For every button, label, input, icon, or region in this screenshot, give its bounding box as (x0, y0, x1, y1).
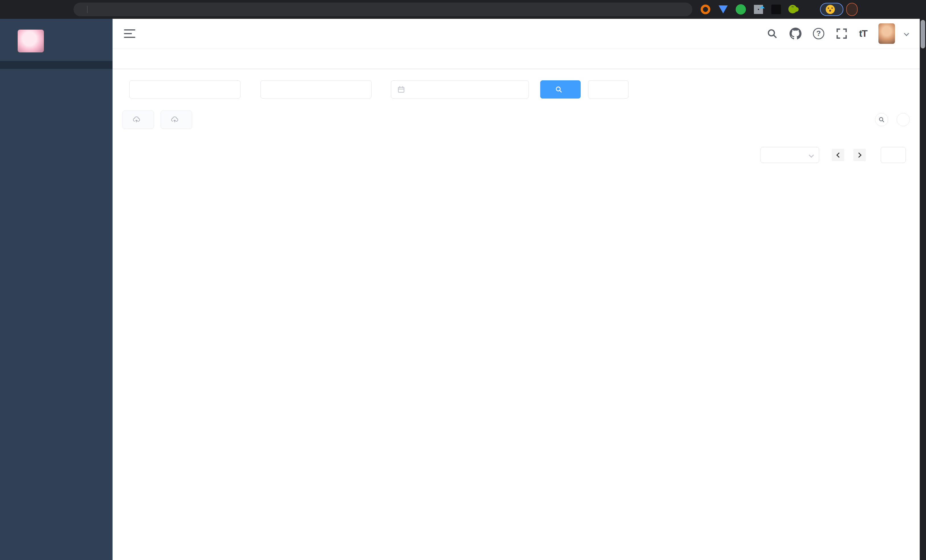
chevron-down-icon (809, 152, 814, 157)
extensions-puzzle-icon[interactable] (806, 4, 817, 15)
extension-icon[interactable] (700, 4, 711, 15)
cloud-upload-icon (171, 116, 179, 124)
main-area: ? tT (112, 19, 920, 560)
table-name-input[interactable] (129, 80, 241, 98)
toolbar-row (123, 110, 910, 129)
extension-icon[interactable] (717, 4, 729, 15)
refresh-table-button[interactable] (897, 113, 910, 126)
extension-icon[interactable] (788, 4, 799, 15)
goto-page-input[interactable] (881, 147, 906, 163)
calendar-icon (397, 85, 406, 94)
topbar: ? tT (112, 19, 920, 48)
scrollbar-thumb[interactable] (921, 20, 925, 48)
sidebar (0, 19, 112, 560)
content (112, 69, 920, 163)
chevron-right-icon (856, 152, 861, 157)
filter-form (123, 80, 910, 98)
date-range-picker[interactable] (391, 80, 529, 98)
chevron-left-icon (836, 152, 841, 157)
table-desc-input[interactable] (260, 80, 372, 98)
cloud-upload-icon (133, 116, 141, 124)
import-sql-button[interactable] (161, 110, 192, 129)
next-page-button[interactable] (853, 149, 866, 161)
extensions-row (700, 4, 817, 15)
page-size-select[interactable] (761, 147, 819, 163)
sidebar-submenu (0, 61, 112, 69)
profile-emoji-icon (826, 5, 835, 14)
extension-icon[interactable] (735, 4, 746, 15)
fullscreen-icon[interactable] (836, 28, 848, 39)
import-db-button[interactable] (123, 110, 154, 129)
address-divider (87, 6, 88, 13)
browser-update-button[interactable] (846, 3, 858, 16)
paused-profile-chip[interactable] (820, 3, 843, 16)
help-icon[interactable]: ? (813, 28, 824, 39)
app-logo (18, 30, 44, 53)
app-logo-row[interactable] (0, 19, 112, 61)
search-button[interactable] (540, 80, 581, 98)
address-bar[interactable] (74, 3, 692, 16)
chevron-down-icon[interactable] (904, 31, 909, 36)
browser-toolbar (0, 0, 926, 19)
hamburger-icon[interactable] (124, 29, 135, 38)
toggle-search-button[interactable] (875, 113, 888, 126)
search-icon[interactable] (766, 28, 778, 39)
extension-icon[interactable] (753, 4, 764, 15)
tags-bar (112, 48, 920, 69)
screen: ? tT (0, 0, 926, 560)
avatar[interactable] (878, 23, 895, 44)
topbar-actions: ? tT (766, 23, 908, 44)
pagination (123, 147, 910, 163)
extension-icon[interactable] (770, 4, 782, 15)
prev-page-button[interactable] (832, 149, 844, 161)
font-size-icon[interactable]: tT (859, 28, 867, 39)
github-icon[interactable] (790, 28, 802, 39)
table-tools (875, 113, 910, 126)
scrollbar[interactable] (920, 19, 926, 560)
reset-button[interactable] (588, 80, 628, 98)
